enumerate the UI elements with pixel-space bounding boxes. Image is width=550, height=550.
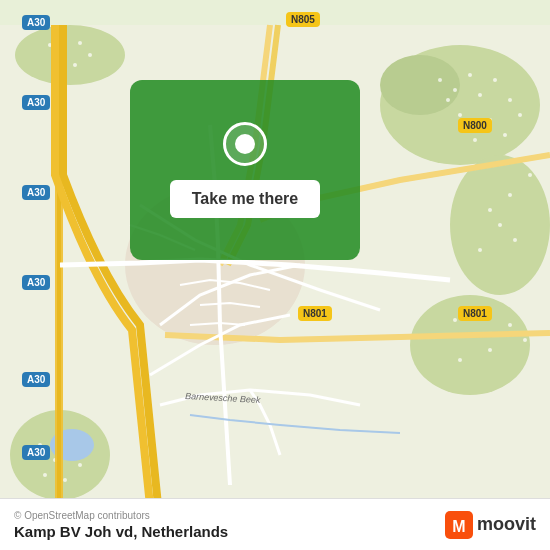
svg-point-5: [438, 78, 442, 82]
svg-point-42: [63, 478, 67, 482]
attribution-text: © OpenStreetMap contributors: [14, 510, 228, 521]
svg-point-27: [508, 323, 512, 327]
map-container: A30 A30 A30 A30 A30 A30 N805 N800 N801 N…: [0, 0, 550, 550]
svg-point-14: [503, 133, 507, 137]
road-badge-a30-1: A30: [22, 15, 50, 30]
svg-point-29: [15, 25, 125, 85]
svg-point-32: [78, 41, 82, 45]
route-overlay: Take me there: [130, 80, 360, 260]
svg-point-4: [380, 55, 460, 115]
road-badge-a30-5: A30: [22, 372, 50, 387]
location-pin: [223, 122, 267, 166]
place-name: Kamp BV Joh vd, Netherlands: [14, 523, 228, 540]
svg-text:M: M: [452, 518, 465, 535]
svg-point-22: [478, 248, 482, 252]
svg-point-28: [523, 338, 527, 342]
road-badge-n801-1: N801: [298, 306, 332, 321]
svg-point-17: [528, 173, 532, 177]
road-badge-n801-2: N801: [458, 306, 492, 321]
svg-point-26: [458, 358, 462, 362]
bottom-bar: © OpenStreetMap contributors Kamp BV Joh…: [0, 498, 550, 550]
svg-point-40: [78, 463, 82, 467]
svg-point-6: [453, 88, 457, 92]
svg-point-7: [446, 98, 450, 102]
road-badge-n800: N800: [458, 118, 492, 133]
pin-inner: [235, 134, 255, 154]
moovit-text: moovit: [477, 514, 536, 535]
pin-outer: [223, 122, 267, 166]
svg-point-12: [458, 113, 462, 117]
svg-point-20: [498, 223, 502, 227]
svg-point-18: [508, 193, 512, 197]
svg-point-21: [513, 238, 517, 242]
svg-point-8: [468, 73, 472, 77]
moovit-icon: M: [445, 511, 473, 539]
svg-point-35: [73, 63, 77, 67]
svg-point-11: [508, 98, 512, 102]
svg-point-25: [488, 348, 492, 352]
svg-point-19: [488, 208, 492, 212]
svg-point-23: [453, 318, 457, 322]
take-me-there-button[interactable]: Take me there: [170, 180, 320, 218]
svg-point-16: [518, 113, 522, 117]
svg-point-41: [43, 473, 47, 477]
moovit-logo: M moovit: [445, 511, 536, 539]
svg-point-10: [493, 78, 497, 82]
svg-point-33: [88, 53, 92, 57]
svg-point-15: [473, 138, 477, 142]
road-badge-a30-4: A30: [22, 275, 50, 290]
bottom-left-info: © OpenStreetMap contributors Kamp BV Joh…: [14, 510, 228, 540]
road-badge-n805: N805: [286, 12, 320, 27]
road-badge-a30-3: A30: [22, 185, 50, 200]
road-badge-a30-2: A30: [22, 95, 50, 110]
road-badge-a30-6: A30: [22, 445, 50, 460]
svg-point-9: [478, 93, 482, 97]
